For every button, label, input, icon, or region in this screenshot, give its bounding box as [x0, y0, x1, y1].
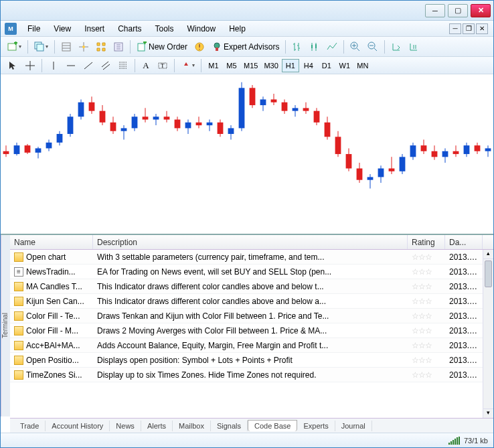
row-description: This Indicator draws different color can…	[93, 297, 408, 306]
table-row[interactable]: Open Positio...Displays open position: S…	[10, 353, 483, 368]
auto-scroll-button[interactable]	[388, 40, 404, 54]
timeframe-mn[interactable]: MN	[354, 59, 372, 72]
menu-tools[interactable]: Tools	[149, 23, 181, 35]
market-watch-button[interactable]	[58, 40, 74, 54]
metaquotes-button[interactable]	[191, 40, 208, 54]
svg-rect-55	[207, 123, 213, 125]
row-rating[interactable]: ☆☆☆	[408, 311, 445, 321]
fibonacci-button[interactable]	[115, 58, 131, 73]
timeframe-h4[interactable]: H4	[300, 59, 317, 72]
svg-rect-57	[218, 123, 224, 134]
table-row[interactable]: Color Fill - M...Draws 2 Moving Averges …	[10, 323, 483, 338]
tab-mailbox[interactable]: Mailbox	[173, 421, 211, 431]
new-order-button[interactable]: New Order	[134, 40, 190, 54]
trendline-button[interactable]	[80, 58, 96, 73]
crosshair-button[interactable]	[22, 58, 38, 73]
table-row[interactable]: ≡NewsTradin...EA for Trading on News eve…	[10, 265, 483, 279]
svg-rect-9	[216, 48, 218, 51]
text-button[interactable]: A	[139, 58, 153, 73]
menu-insert[interactable]: Insert	[78, 23, 111, 35]
table-row[interactable]: Color Fill - Te...Draws Tenkan and Kijun…	[10, 309, 483, 323]
vertical-scrollbar[interactable]: ▴ ▾	[483, 250, 493, 418]
row-rating[interactable]: ☆☆☆	[408, 297, 445, 306]
row-name: Color Fill - M...	[26, 326, 78, 335]
timeframe-m5[interactable]: M5	[223, 59, 240, 72]
tab-news[interactable]: News	[110, 421, 141, 431]
row-rating[interactable]: ☆☆☆	[408, 282, 445, 291]
mdi-close-button[interactable]: ✕	[476, 23, 488, 34]
tab-account-history[interactable]: Account History	[46, 421, 110, 431]
tab-signals[interactable]: Signals	[211, 421, 248, 431]
row-date: 2013.0...	[445, 356, 483, 365]
tab-journal[interactable]: Journal	[335, 421, 372, 431]
row-rating[interactable]: ☆☆☆	[408, 326, 445, 335]
menu-charts[interactable]: Charts	[111, 23, 148, 35]
vertical-line-button[interactable]	[46, 58, 62, 73]
cursor-button[interactable]	[5, 58, 21, 73]
timeframe-m30[interactable]: M30	[261, 59, 280, 72]
row-name: Open Positio...	[26, 356, 79, 365]
row-description: Displays open position: Symbol + Lots + …	[93, 356, 408, 365]
timeframe-d1[interactable]: D1	[318, 59, 335, 72]
column-description[interactable]: Description	[93, 235, 408, 249]
line-chart-button[interactable]	[324, 40, 340, 54]
equidistant-channel-button[interactable]	[98, 58, 114, 73]
svg-rect-39	[121, 128, 127, 131]
text-label-button[interactable]: T	[155, 58, 171, 73]
row-rating[interactable]: ☆☆☆	[408, 267, 445, 277]
timeframe-m15[interactable]: M15	[241, 59, 260, 72]
script-icon	[14, 341, 23, 350]
tab-experts[interactable]: Experts	[297, 421, 335, 431]
chart-shift-button[interactable]	[406, 40, 422, 54]
arrows-button[interactable]: ▾	[178, 58, 197, 73]
svg-rect-17	[3, 151, 9, 154]
table-row[interactable]: MA Candles T...This Indicator draws diff…	[10, 279, 483, 294]
timeframe-m1[interactable]: M1	[205, 59, 222, 72]
svg-rect-49	[175, 120, 181, 129]
zoom-in-button[interactable]	[347, 40, 363, 54]
script-icon	[14, 311, 23, 321]
chart-area[interactable]	[1, 74, 493, 235]
row-rating[interactable]: ☆☆☆	[408, 370, 445, 380]
row-rating[interactable]: ☆☆☆	[408, 356, 445, 365]
close-button[interactable]: ✕	[471, 4, 491, 17]
tab-code-base[interactable]: Code Base	[248, 420, 297, 431]
menu-help[interactable]: Help	[222, 23, 252, 35]
table-row[interactable]: Acc+BAl+MA...Adds Account Balance, Equit…	[10, 338, 483, 353]
script-icon	[14, 282, 23, 291]
expert-advisors-button[interactable]: Expert Advisors	[209, 40, 282, 54]
table-row[interactable]: Kijun Sen Can...This Indicator draws dif…	[10, 294, 483, 309]
table-row[interactable]: Open chartWith 3 settable parameters (cu…	[10, 250, 483, 265]
profiles-button[interactable]: ▾	[31, 40, 51, 54]
menu-view[interactable]: View	[47, 23, 78, 35]
data-window-button[interactable]	[110, 40, 127, 54]
menu-window[interactable]: Window	[181, 23, 223, 35]
svg-rect-41	[132, 117, 138, 128]
column-rating[interactable]: Rating	[408, 235, 445, 249]
connection-bars-icon	[448, 437, 460, 445]
horizontal-line-button[interactable]	[63, 58, 79, 73]
menu-file[interactable]: File	[21, 23, 47, 35]
tab-trade[interactable]: Trade	[14, 421, 46, 431]
navigator-button[interactable]	[76, 40, 92, 54]
minimize-button[interactable]: ─	[425, 4, 445, 17]
timeframe-w1[interactable]: W1	[336, 59, 353, 72]
zoom-out-button[interactable]	[365, 40, 381, 54]
row-rating[interactable]: ☆☆☆	[408, 341, 445, 350]
row-rating[interactable]: ☆☆☆	[408, 252, 445, 262]
terminal-button[interactable]	[93, 40, 109, 54]
bar-chart-button[interactable]	[289, 40, 305, 54]
row-name: Kijun Sen Can...	[26, 297, 84, 306]
mdi-restore-button[interactable]: ❐	[463, 23, 475, 34]
maximize-button[interactable]: ▢	[448, 4, 468, 17]
timeframe-h1[interactable]: H1	[282, 59, 299, 72]
new-chart-button[interactable]: ▾	[5, 40, 24, 54]
candle-chart-button[interactable]	[307, 40, 323, 54]
row-description: With 3 settable parameters (currency pai…	[93, 252, 408, 262]
tab-alerts[interactable]: Alerts	[141, 421, 173, 431]
mdi-minimize-button[interactable]: ─	[449, 23, 461, 34]
table-row[interactable]: TimeZones Si...Display up to six Times Z…	[10, 368, 483, 382]
column-name[interactable]: Name	[10, 235, 93, 249]
column-date[interactable]: Da...	[445, 235, 483, 249]
svg-rect-83	[357, 169, 363, 180]
